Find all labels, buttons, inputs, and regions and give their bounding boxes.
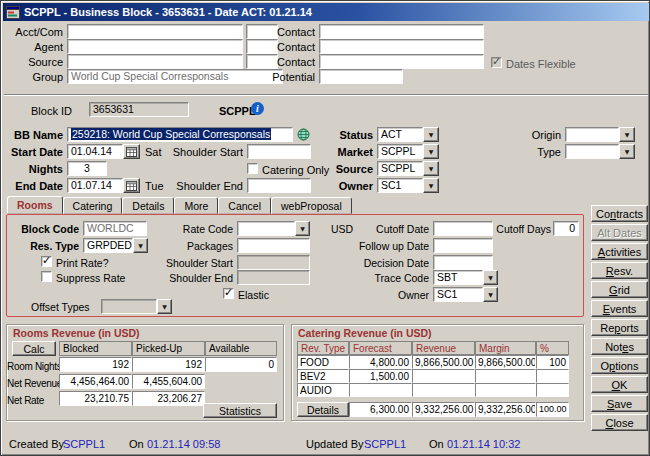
sidebar-button-resv[interactable]: Resv. [591, 262, 648, 279]
trace-code-dropdown-button[interactable]: ▼ [483, 270, 498, 285]
sidebar-button-events[interactable]: Events [591, 300, 648, 317]
origin-dropdown-button[interactable]: ▼ [619, 127, 635, 142]
catering-row-bev2-forecast: 1,500.00 [349, 369, 412, 383]
catering-row-food-forecast: 4,800.00 [349, 355, 412, 369]
panel-shoulder-end-field[interactable] [237, 270, 310, 285]
nights-field[interactable]: 3 [67, 161, 107, 176]
nights-label: Nights [3, 163, 63, 176]
catering-only-checkbox[interactable] [247, 163, 258, 174]
cutoff-days-field[interactable]: 0 [553, 221, 579, 236]
suppress-rate-label: Suppress Rate [56, 272, 125, 285]
panel-owner-dropdown-button[interactable]: ▼ [483, 287, 498, 302]
app-icon [6, 6, 20, 19]
cutoff-date-field[interactable] [433, 221, 493, 236]
sidebar-button-options[interactable]: Options [591, 357, 648, 374]
group-field[interactable]: World Cup Special Corresponsals [67, 69, 283, 84]
acct-com-field[interactable] [67, 24, 243, 39]
owner-dropdown-button[interactable]: ▼ [423, 178, 439, 193]
rate-code-field[interactable] [237, 221, 295, 236]
offset-types-field[interactable] [101, 299, 157, 314]
end-date-field[interactable]: 01.07.14 [67, 178, 123, 193]
catering-col-rev-type[interactable]: Rev. Type [297, 341, 349, 355]
packages-field[interactable] [237, 238, 310, 253]
catering-col-forecast[interactable]: Forecast [349, 341, 412, 355]
catering-col-pct[interactable]: % [536, 341, 569, 355]
calc-button[interactable]: Calc [12, 341, 56, 356]
shoulder-end-field[interactable] [247, 178, 311, 193]
offset-types-dropdown-button[interactable]: ▼ [157, 299, 172, 314]
catering-row-food-type[interactable]: FOOD [297, 355, 349, 369]
bb-name-field[interactable]: 259218: World Cup Special Corresponsals [67, 127, 293, 142]
tab-more[interactable]: More [174, 197, 218, 214]
panel-shoulder-start-field[interactable] [237, 255, 310, 270]
sidebar-button-grid[interactable]: Grid [591, 281, 648, 298]
info-icon[interactable]: i [251, 102, 264, 115]
follow-up-date-field[interactable] [433, 238, 493, 253]
rooms-revenue-col-blocked[interactable]: Blocked [59, 341, 132, 356]
block-code-field[interactable]: WORLDC [83, 221, 147, 236]
res-type-field[interactable]: GRPDED [83, 238, 133, 253]
sidebar-button-notes[interactable]: Notes [591, 338, 648, 355]
tab-cancel[interactable]: Cancel [218, 197, 271, 214]
sidebar-button-ok[interactable]: OK [591, 376, 648, 393]
globe-icon[interactable] [297, 128, 310, 143]
type-field[interactable] [565, 144, 619, 159]
res-type-dropdown-button[interactable]: ▼ [133, 238, 148, 253]
dates-flexible-checkbox[interactable] [491, 57, 502, 68]
suppress-rate-checkbox[interactable] [41, 271, 52, 282]
status-dropdown-button[interactable]: ▼ [423, 127, 439, 142]
type-dropdown-button[interactable]: ▼ [619, 144, 635, 159]
catering-row-bev2-type[interactable]: BEV2 [297, 369, 349, 383]
trace-code-field[interactable]: SBT [433, 270, 483, 285]
tab-webproposal[interactable]: webProposal [271, 197, 352, 214]
sidebar-button-save[interactable]: Save [591, 395, 648, 412]
elastic-checkbox[interactable] [223, 288, 234, 299]
owner-field[interactable]: SC1 [377, 178, 423, 193]
sidebar-button-contracts[interactable]: Contracts [591, 205, 648, 222]
start-date-calendar-button[interactable] [123, 144, 140, 159]
market-field[interactable]: SCPPL [377, 144, 423, 159]
catering-row-audio-type[interactable]: AUDIO [297, 383, 349, 397]
end-date-label: End Date [3, 180, 63, 193]
shoulder-end-label: Shoulder End [161, 180, 243, 193]
acct-com-label: Acct/Com [3, 26, 63, 39]
net-revenue-picked-up-cell: 4,455,604.00 [132, 374, 205, 389]
rooms-revenue-col-picked-up[interactable]: Picked-Up [132, 341, 205, 356]
details-button[interactable]: Details [297, 402, 349, 417]
market-dropdown-button[interactable]: ▼ [423, 144, 439, 159]
potential-field[interactable] [319, 69, 403, 84]
decision-date-field[interactable] [433, 255, 493, 270]
catering-col-revenue[interactable]: Revenue [412, 341, 475, 355]
print-rate-checkbox[interactable] [41, 256, 52, 267]
end-date-calendar-button[interactable] [123, 178, 140, 193]
statistics-button[interactable]: Statistics [203, 403, 277, 418]
catering-row-food-margin: 9,866,500.00 [475, 355, 536, 369]
source-field[interactable] [67, 54, 243, 69]
source2-label: Source [323, 163, 373, 176]
rate-code-dropdown-button[interactable]: ▼ [295, 221, 310, 236]
sidebar-button-close[interactable]: Close [591, 414, 648, 431]
shoulder-start-field[interactable] [247, 144, 311, 159]
tab-rooms[interactable]: Rooms [7, 196, 63, 214]
contact-field-1[interactable] [319, 24, 484, 39]
catering-col-margin[interactable]: Margin [475, 341, 536, 355]
agent-field[interactable] [67, 39, 243, 54]
catering-row-food-revenue: 9,866,500.00 [412, 355, 475, 369]
rooms-revenue-col-available[interactable]: Available [205, 341, 277, 356]
sidebar: ContractsAlt DatesActivitiesResv.GridEve… [591, 205, 649, 433]
tab-details[interactable]: Details [122, 197, 174, 214]
panel-owner-field[interactable]: SC1 [433, 287, 483, 302]
net-rate-blocked-cell: 23,210.75 [59, 391, 132, 406]
source2-field[interactable]: SCPPL [377, 161, 423, 176]
sidebar-button-activities[interactable]: Activities [591, 243, 648, 260]
business-block-window: SCPPL - Business Block - 3653631 - Date … [0, 0, 650, 456]
contact-field-2[interactable] [319, 39, 484, 54]
status-field[interactable]: ACT [377, 127, 423, 142]
sidebar-button-reports[interactable]: Reports [591, 319, 648, 336]
contact-field-3[interactable] [319, 54, 484, 69]
block-id-label: Block ID [31, 105, 72, 118]
origin-field[interactable] [565, 127, 619, 142]
source2-dropdown-button[interactable]: ▼ [423, 161, 439, 176]
tab-catering[interactable]: Catering [63, 197, 123, 214]
start-date-field[interactable]: 01.04.14 [67, 144, 123, 159]
